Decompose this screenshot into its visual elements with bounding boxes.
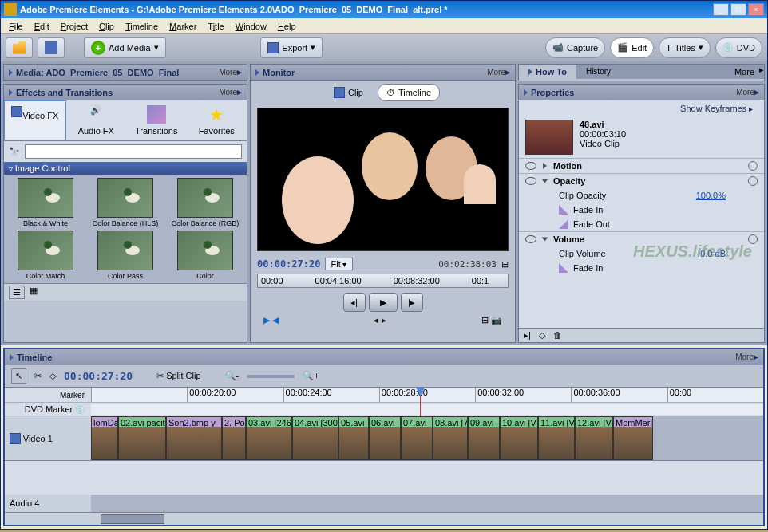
audio-track[interactable]: [91, 495, 763, 512]
monitor-timecode-left[interactable]: 00:00:27:20: [257, 258, 320, 270]
effects-search-input[interactable]: [25, 144, 242, 159]
monitor-ruler[interactable]: 00:00 00:04:16:00 00:08:32:00 00:1: [257, 274, 509, 288]
menu-clip[interactable]: Clip: [94, 20, 119, 33]
menu-edit[interactable]: Edit: [30, 20, 54, 33]
fade-out-row[interactable]: Fade Out: [519, 217, 764, 231]
prop-volume-row[interactable]: Volume: [519, 231, 764, 246]
menu-title[interactable]: Title: [203, 20, 228, 33]
out-point-icon[interactable]: ◀: [272, 315, 279, 325]
cat-audio-fx[interactable]: 🔊Audio FX: [66, 100, 127, 140]
step-back-button[interactable]: ◂|: [343, 293, 366, 312]
timeline-clip[interactable]: 04.avi [300%: [292, 416, 338, 460]
razor-tool[interactable]: ✂: [34, 371, 42, 381]
eye-icon[interactable]: [525, 177, 536, 185]
save-button[interactable]: [38, 37, 65, 58]
goto-prev-icon[interactable]: ▸|: [524, 330, 531, 341]
eye-icon[interactable]: [525, 235, 536, 243]
selection-tool[interactable]: ↖: [11, 368, 26, 384]
add-kf-icon[interactable]: ◇: [539, 330, 545, 341]
timeline-clip[interactable]: lomDa: [91, 416, 118, 460]
menu-project[interactable]: Project: [56, 20, 93, 33]
fx-item[interactable]: Color Balance (RGB): [167, 178, 243, 227]
timeline-clip[interactable]: 07.avi: [401, 416, 433, 460]
maximize-button[interactable]: □: [730, 3, 746, 16]
fx-item[interactable]: Color Pass: [87, 231, 164, 280]
menu-timeline[interactable]: Timeline: [121, 20, 163, 33]
minimize-button[interactable]: _: [713, 3, 729, 16]
in-point-icon[interactable]: ▶: [263, 315, 270, 325]
timeline-clip[interactable]: Son2.bmp y: [166, 416, 222, 460]
list-view-icon[interactable]: ☰: [9, 286, 25, 299]
export-button[interactable]: Export ▾: [260, 37, 323, 58]
stopwatch-icon[interactable]: [748, 176, 758, 186]
dvd-marker-track[interactable]: [91, 404, 763, 415]
zoom-in-button[interactable]: 🔍+: [303, 371, 319, 381]
freeze-frame-icon[interactable]: ⊟: [481, 315, 489, 325]
zoom-slider[interactable]: [247, 375, 295, 378]
stopwatch-icon[interactable]: [748, 234, 758, 244]
timeline-scrollbar[interactable]: [5, 512, 763, 525]
history-tab[interactable]: History: [576, 65, 620, 79]
prop-motion-row[interactable]: Motion: [519, 158, 764, 173]
timeline-clip[interactable]: 12.avi [V]: [575, 416, 613, 460]
opacity-value[interactable]: 100.0%: [696, 191, 726, 200]
capture-button[interactable]: 📹 Capture: [545, 37, 605, 58]
props-more[interactable]: More: [736, 88, 754, 97]
edit-button[interactable]: 🎬 Edit: [610, 37, 654, 58]
chevron-right-icon[interactable]: [543, 163, 547, 169]
volume-value[interactable]: 0.0 dB: [700, 249, 726, 258]
video-track-header[interactable]: Video 1: [5, 416, 91, 460]
fade-in-row[interactable]: Fade In: [519, 203, 764, 217]
fx-item[interactable]: Color: [167, 231, 243, 280]
audio-track-header[interactable]: Audio 4: [5, 495, 91, 512]
cat-favorites[interactable]: ★Favorites: [187, 100, 247, 140]
timeline-clip[interactable]: 05.avi: [338, 416, 369, 460]
show-keyframes-link[interactable]: Show Keyframes ▸: [519, 100, 764, 116]
playhead[interactable]: [420, 388, 421, 416]
timeline-clip[interactable]: 03.avi [246.2: [246, 416, 292, 460]
timeline-timecode[interactable]: 00:00:27:20: [64, 370, 133, 382]
open-button[interactable]: [6, 37, 33, 58]
monitor-zoom-select[interactable]: Fit ▾: [325, 258, 352, 270]
timeline-clip[interactable]: 09.avi: [468, 416, 500, 460]
monitor-more[interactable]: More: [487, 68, 505, 77]
menu-help[interactable]: Help: [273, 20, 301, 33]
chevron-down-icon[interactable]: [542, 238, 548, 242]
marker-tool[interactable]: ◇: [49, 371, 56, 381]
titles-button[interactable]: T Titles ▾: [659, 37, 711, 58]
menu-window[interactable]: Window: [231, 20, 271, 33]
camera-icon[interactable]: 📷: [491, 315, 502, 325]
effects-more[interactable]: More: [219, 88, 237, 97]
stopwatch-icon[interactable]: [748, 161, 758, 171]
add-media-button[interactable]: +Add Media ▾: [84, 37, 166, 58]
split-clip-button[interactable]: ✂ Split Clip: [156, 371, 200, 381]
scrollbar-thumb[interactable]: [101, 514, 164, 524]
monitor-timeline-tab[interactable]: ⏱Timeline: [378, 84, 440, 101]
vol-fade-in-row[interactable]: Fade In: [519, 261, 764, 275]
media-more[interactable]: More: [219, 68, 237, 77]
play-button[interactable]: ▶: [369, 293, 398, 312]
cat-transitions[interactable]: Transitions: [126, 100, 187, 140]
timeline-clip[interactable]: 08.avi [7: [433, 416, 468, 460]
next-frame-button[interactable]: ▸: [382, 315, 386, 325]
dvd-button[interactable]: 💿 DVD: [715, 37, 762, 58]
timeline-clip[interactable]: 10.avi [V]: [500, 416, 538, 460]
timeline-clip[interactable]: 06.avi: [369, 416, 401, 460]
timeline-clip[interactable]: 02.avi pacity: [118, 416, 166, 460]
cat-video-fx[interactable]: Video FX: [4, 100, 66, 140]
menu-marker[interactable]: Marker: [164, 20, 201, 33]
howto-more[interactable]: More: [730, 65, 759, 79]
fx-item[interactable]: Color Balance (HLS): [87, 178, 164, 227]
fx-item[interactable]: Color Match: [7, 231, 84, 280]
howto-tab[interactable]: How To: [519, 65, 576, 79]
grid-view-icon[interactable]: ▦: [30, 286, 38, 299]
trash-icon[interactable]: 🗑: [553, 330, 562, 341]
monitor-clip-tab[interactable]: Clip: [326, 84, 371, 101]
prev-frame-button[interactable]: ◂: [374, 315, 378, 325]
menu-file[interactable]: File: [4, 20, 28, 33]
zoom-out-button[interactable]: 🔍-: [225, 371, 240, 381]
chevron-down-icon[interactable]: [542, 179, 548, 183]
step-fwd-button[interactable]: |▸: [401, 293, 423, 312]
media-panel-header[interactable]: Media: ADO_Premiere_05_DEMO_Final More ▸: [4, 65, 247, 81]
timeline-clip[interactable]: 2. Pos: [222, 416, 246, 460]
